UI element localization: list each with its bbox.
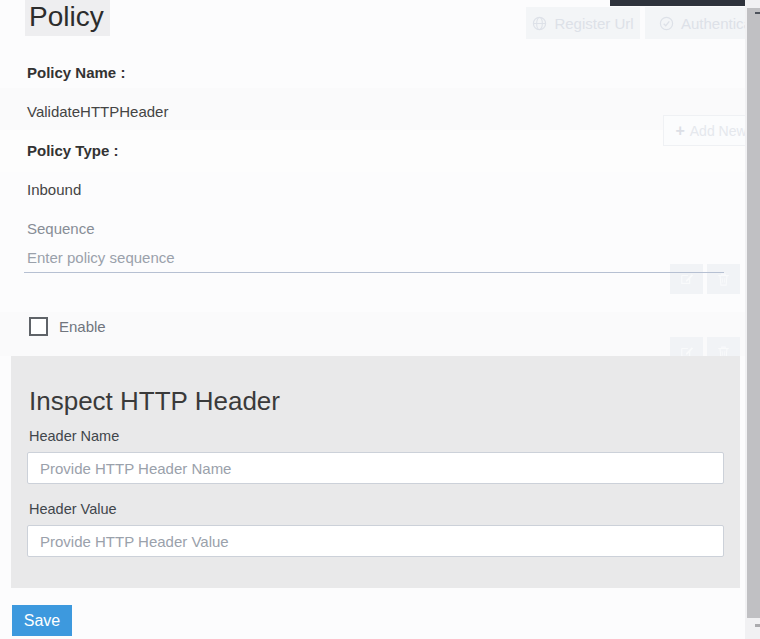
background-stripe xyxy=(0,312,745,356)
page-title: Policy xyxy=(25,0,110,36)
sequence-label: Sequence xyxy=(27,220,95,237)
inspect-http-header-panel: Inspect HTTP Header Header Name Header V… xyxy=(11,356,740,588)
save-button[interactable]: Save xyxy=(12,605,72,636)
policy-page: Register Url Authentication + Add New xyxy=(0,0,760,639)
edit-icon xyxy=(680,272,694,286)
policy-type-label: Policy Type : xyxy=(27,142,118,159)
header-name-input[interactable] xyxy=(27,452,724,484)
dark-navbar-strip xyxy=(610,0,760,6)
globe-icon xyxy=(532,16,547,31)
register-url-button[interactable]: Register Url xyxy=(526,7,640,39)
plus-icon: + xyxy=(675,122,684,140)
header-value-label: Header Value xyxy=(29,501,117,517)
authentication-button[interactable]: Authentication xyxy=(645,7,758,39)
check-circle-icon xyxy=(659,16,674,31)
scrollbar-thumb[interactable] xyxy=(747,8,760,618)
header-name-label: Header Name xyxy=(29,428,119,444)
policy-name-label: Policy Name : xyxy=(27,64,125,81)
enable-checkbox-row[interactable]: Enable xyxy=(29,317,106,336)
dark-dash xyxy=(755,12,760,14)
enable-label: Enable xyxy=(59,318,106,335)
enable-checkbox[interactable] xyxy=(29,317,48,336)
trash-icon xyxy=(717,272,730,286)
add-new-label: Add New xyxy=(690,123,747,139)
policy-name-value: ValidateHTTPHeader xyxy=(27,103,168,120)
policy-type-value: Inbound xyxy=(27,181,81,198)
sequence-input[interactable] xyxy=(24,243,724,273)
panel-title: Inspect HTTP Header xyxy=(29,386,280,417)
header-value-input[interactable] xyxy=(27,525,724,557)
register-url-label: Register Url xyxy=(554,15,633,32)
scrollbar-down-arrow[interactable] xyxy=(755,624,760,627)
